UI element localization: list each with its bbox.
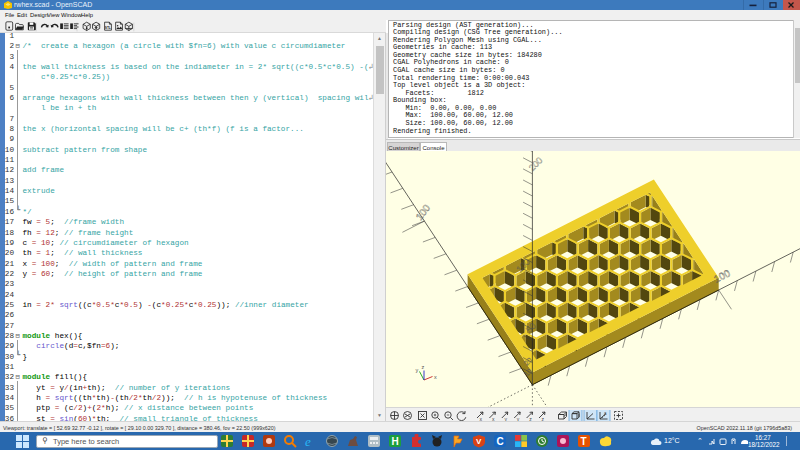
svg-text:T: T	[581, 436, 587, 447]
svg-text:e: e	[305, 434, 311, 448]
svg-text:H: H	[392, 436, 399, 447]
svg-text:x: x	[434, 374, 437, 380]
svg-text:C: C	[497, 436, 504, 447]
svg-text:z: z	[422, 364, 425, 370]
svg-text:STL: STL	[105, 26, 111, 30]
svg-text:y: y	[416, 367, 419, 373]
svg-text:V: V	[476, 437, 482, 446]
